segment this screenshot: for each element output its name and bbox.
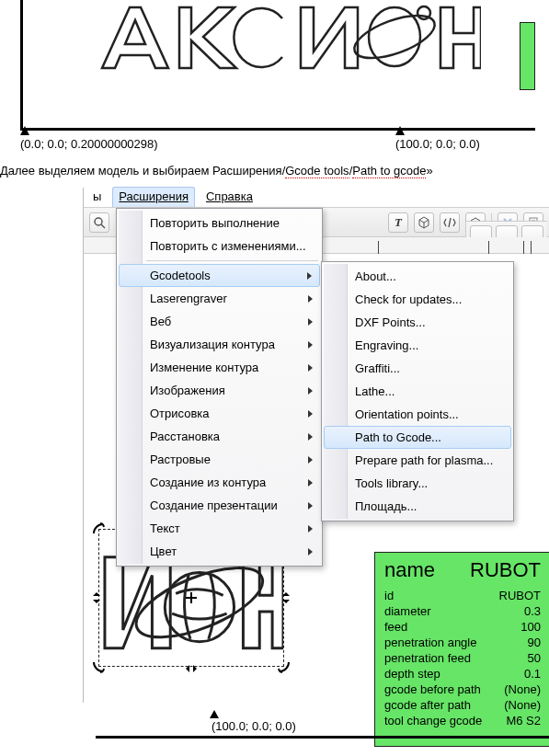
tool-row-val: 90 bbox=[528, 635, 541, 650]
menu-repeat[interactable]: Повторить выполнение bbox=[119, 212, 320, 235]
tool-params-panel: name RUBOT idRUBOT diameter0.3 feed100 p… bbox=[374, 552, 549, 747]
menu-item-label: Laserengraver bbox=[150, 292, 227, 305]
sub-tools-lib[interactable]: Tools library... bbox=[324, 472, 511, 495]
svg-point-2 bbox=[417, 6, 430, 19]
page-edge-bottom bbox=[96, 736, 549, 739]
tool-row-key: tool change gcode bbox=[384, 713, 482, 728]
instruction-link2: Path to gcode bbox=[352, 164, 426, 178]
menu-render[interactable]: Отрисовка bbox=[119, 402, 320, 425]
menu-arrange[interactable]: Расстановка bbox=[119, 425, 320, 448]
sub-lathe[interactable]: Lathe... bbox=[324, 380, 511, 403]
menu-item-label: Отрисовка bbox=[150, 407, 210, 420]
instruction-text: Далее выделяем модель и выбираем Расшире… bbox=[0, 164, 549, 178]
orientation-point-bottom: (100.0; 0.0; 0.0) bbox=[212, 719, 296, 733]
submenu-arrow-icon bbox=[308, 548, 313, 556]
submenu-arrow-icon bbox=[308, 410, 313, 418]
menu-color[interactable]: Цвет bbox=[119, 540, 320, 563]
tool-row-key: gcode before path bbox=[384, 682, 481, 697]
menu-item-label: Изменение контура bbox=[150, 361, 258, 374]
menu-extensions: Повторить выполнение Повторить с изменен… bbox=[116, 208, 323, 567]
menu-item-label: Растровые bbox=[150, 452, 211, 466]
svg-point-8 bbox=[165, 573, 234, 642]
text-tool-icon[interactable]: T bbox=[388, 212, 408, 233]
submenu-arrow-icon bbox=[308, 479, 313, 487]
menu-gcodetools[interactable]: Gcodetools bbox=[119, 264, 320, 287]
menubar-item-help[interactable]: Справка bbox=[200, 188, 258, 207]
svg-point-3 bbox=[95, 218, 102, 225]
tool-header-val: RUBOT bbox=[470, 558, 541, 582]
rotate-handle-br[interactable] bbox=[278, 660, 291, 673]
menu-item-label: Расстановка bbox=[150, 430, 220, 443]
tool-row-key: penetration angle bbox=[384, 635, 476, 650]
submenu-arrow-icon bbox=[308, 295, 313, 303]
tool-row-val: 0.3 bbox=[524, 603, 541, 619]
sub-orientation[interactable]: Orientation points... bbox=[324, 403, 511, 426]
sub-path-to-gcode[interactable]: Path to Gcode... bbox=[324, 426, 511, 449]
logo-aksion-outline bbox=[95, 0, 481, 86]
svg-point-1 bbox=[349, 6, 440, 66]
sub-updates[interactable]: Check for updates... bbox=[324, 288, 511, 311]
toolbtn-3d-icon[interactable] bbox=[414, 212, 434, 233]
skew-handle-bottom[interactable] bbox=[185, 662, 198, 675]
submenu-arrow-icon bbox=[307, 272, 312, 280]
submenu-arrow-icon bbox=[308, 341, 313, 349]
menubar-extensions-label: Расширения bbox=[119, 189, 189, 203]
menubar: ы Расширения Справка bbox=[84, 188, 549, 208]
submenu-gcodetools: About... Check for updates... DXF Points… bbox=[321, 261, 514, 521]
sub-about[interactable]: About... bbox=[324, 265, 511, 288]
menu-item-label: Визуализация контура bbox=[150, 338, 275, 351]
orientation-point-left: (0.0; 0.0; 0.20000000298) bbox=[20, 137, 158, 151]
toolbtn-zoom-icon[interactable] bbox=[89, 212, 109, 233]
sub-dxf[interactable]: DXF Points... bbox=[324, 311, 511, 334]
menu-item-label: Веб bbox=[150, 315, 171, 328]
instruction-link1: Gcode tools bbox=[285, 164, 349, 178]
menu-visualize[interactable]: Визуализация контура bbox=[119, 333, 320, 356]
submenu-arrow-icon bbox=[308, 456, 313, 464]
menu-presentation[interactable]: Создание презентации bbox=[119, 494, 320, 517]
submenu-arrow-icon bbox=[308, 525, 313, 533]
tool-row-key: penetration feed bbox=[384, 650, 471, 666]
menu-laserengraver[interactable]: Laserengraver bbox=[119, 287, 320, 310]
menu-generate-path[interactable]: Создание из контура bbox=[119, 471, 320, 494]
menubar-help-label: Справка bbox=[206, 189, 253, 203]
menu-text[interactable]: Текст bbox=[119, 517, 320, 540]
submenu-arrow-icon bbox=[308, 433, 313, 441]
rotate-handle-tl[interactable] bbox=[92, 522, 105, 535]
rotation-center-icon[interactable] bbox=[186, 592, 197, 603]
menu-item-label: Создание из контура bbox=[150, 475, 266, 489]
menu-gcodetools-label: Gcodetools bbox=[150, 269, 211, 282]
tool-row-val: (None) bbox=[504, 697, 541, 713]
skew-handle-right[interactable] bbox=[280, 591, 292, 604]
submenu-arrow-icon bbox=[308, 502, 313, 510]
menu-separator bbox=[146, 260, 318, 261]
submenu-arrow-icon bbox=[308, 318, 313, 326]
menubar-item-extensions[interactable]: Расширения bbox=[112, 187, 195, 207]
sub-plasma[interactable]: Prepare path for plasma... bbox=[324, 449, 511, 472]
skew-handle-left[interactable] bbox=[90, 591, 103, 604]
tool-row-key: gcode after path bbox=[384, 697, 471, 713]
inkscape-window-crop: ы Расширения Справка T bbox=[83, 188, 549, 703]
tool-row-val: 50 bbox=[528, 650, 541, 666]
tool-header-key: name bbox=[384, 558, 435, 582]
sub-engraving[interactable]: Engraving... bbox=[324, 334, 511, 357]
orientation-point-right: (100.0; 0.0; 0.0) bbox=[395, 137, 480, 151]
sub-graffiti[interactable]: Graffiti... bbox=[324, 357, 511, 380]
tool-row-val: RUBOT bbox=[499, 588, 542, 603]
instruction-suffix: » bbox=[426, 164, 432, 178]
menu-raster[interactable]: Растровые bbox=[119, 448, 320, 471]
menu-images[interactable]: Изображения bbox=[119, 379, 320, 402]
submenu-arrow-icon bbox=[308, 387, 313, 395]
tool-row-val: (None) bbox=[504, 682, 541, 697]
menu-repeat-changes[interactable]: Повторить с изменениями... bbox=[119, 235, 320, 258]
sub-area[interactable]: Площадь... bbox=[324, 495, 511, 518]
svg-line-4 bbox=[101, 224, 105, 228]
menubar-item-fragment[interactable]: ы bbox=[87, 188, 107, 207]
menu-item-label: Текст bbox=[150, 521, 180, 535]
menu-web[interactable]: Веб bbox=[119, 310, 320, 333]
toolbtn-xml-icon[interactable] bbox=[440, 212, 460, 233]
tool-row-key: feed bbox=[384, 619, 407, 635]
instruction-prefix: Далее выделяем модель и выбираем Расшире… bbox=[0, 164, 285, 178]
menu-modify[interactable]: Изменение контура bbox=[119, 356, 320, 379]
rotate-handle-bl[interactable] bbox=[92, 660, 105, 673]
tool-row-val: 0.1 bbox=[524, 666, 541, 682]
